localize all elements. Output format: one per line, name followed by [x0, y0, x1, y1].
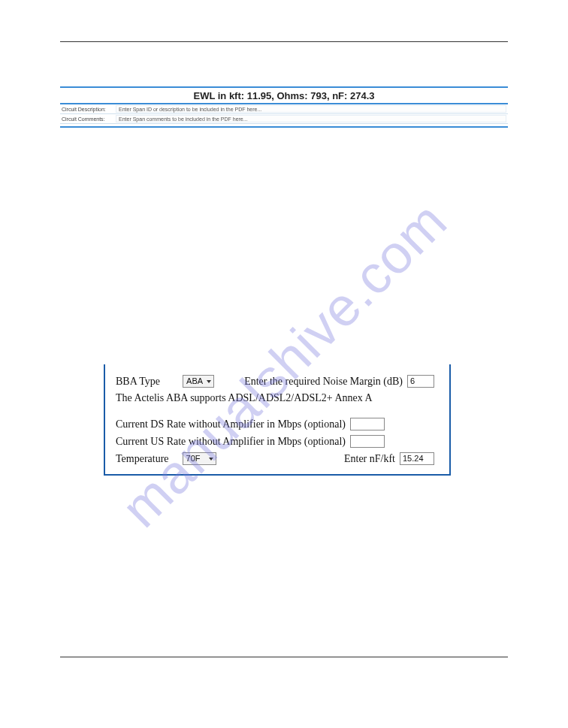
circuit-summary-panel: EWL in kft: 11.95, Ohms: 793, nF: 274.3 … — [60, 86, 508, 128]
temperature-select[interactable]: 70F — [183, 452, 216, 465]
document-page — [60, 41, 508, 657]
summary-title-bar: EWL in kft: 11.95, Ohms: 793, nF: 274.3 — [60, 86, 508, 104]
noise-margin-input[interactable]: 6 — [407, 375, 434, 388]
nf-per-kft-label: Enter nF/kft — [344, 453, 395, 465]
circuit-description-label: Circuit Description: — [62, 107, 116, 112]
us-rate-input[interactable] — [350, 435, 385, 448]
nf-per-kft-input[interactable]: 15.24 — [400, 452, 434, 465]
circuit-description-row: Circuit Description: Enter Span ID or de… — [60, 104, 508, 114]
ds-rate-input[interactable] — [350, 418, 385, 430]
circuit-comments-input[interactable]: Enter Span comments to be included in th… — [116, 115, 506, 122]
header-rule — [60, 41, 508, 42]
ds-rate-row: Current DS Rate without Amplifier in Mbp… — [116, 418, 439, 430]
us-rate-label: Current US Rate without Amplifier in Mbp… — [116, 436, 346, 448]
summary-bottom-rule — [60, 126, 508, 128]
temperature-row: Temperature 70F Enter nF/kft 15.24 — [116, 452, 439, 465]
bba-type-row: BBA Type ABA Enter the required Noise Ma… — [116, 375, 439, 388]
aba-support-note: The Actelis ABA supports ADSL/ADSL2/ADSL… — [116, 392, 439, 404]
bba-type-select[interactable]: ABA — [183, 375, 214, 388]
us-rate-row: Current US Rate without Amplifier in Mbp… — [116, 435, 439, 448]
ewl-summary-text: EWL in kft: 11.95, Ohms: 793, nF: 274.3 — [193, 90, 374, 101]
circuit-comments-label: Circuit Comments: — [62, 116, 116, 122]
bba-type-label: BBA Type — [116, 376, 160, 388]
circuit-comments-row: Circuit Comments: Enter Span comments to… — [60, 114, 508, 124]
ds-rate-label: Current DS Rate without Amplifier in Mbp… — [116, 418, 346, 430]
footer-rule — [60, 657, 508, 657]
temperature-label: Temperature — [116, 453, 169, 465]
noise-margin-label: Enter the required Noise Margin (dB) — [244, 376, 403, 388]
circuit-description-input[interactable]: Enter Span ID or description to be inclu… — [116, 105, 506, 113]
bba-form-panel: BBA Type ABA Enter the required Noise Ma… — [104, 364, 451, 476]
